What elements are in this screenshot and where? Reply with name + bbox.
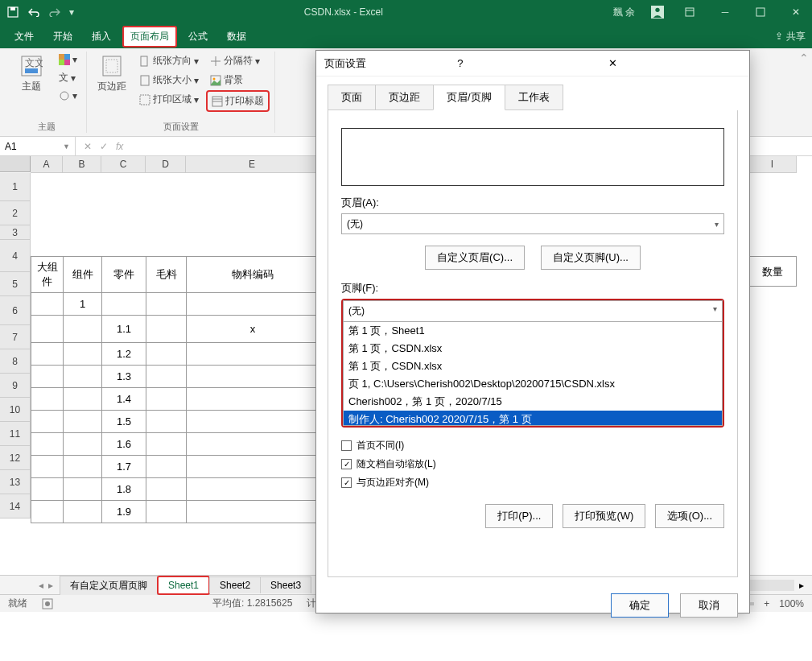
footer-option[interactable]: 第 1 页，CSDN.xlsx [344, 340, 722, 357]
footer-option[interactable]: 第 1 页，Sheet1 [344, 322, 722, 340]
hscroll-right-icon[interactable]: ▸ [799, 580, 804, 591]
print-area-button[interactable]: 打印区域 ▾ [135, 90, 203, 109]
custom-header-button[interactable]: 自定义页眉(C)... [425, 246, 525, 270]
themes-button[interactable]: 文文 主题 [11, 52, 52, 97]
row-header[interactable]: 13 [0, 470, 31, 494]
col-header[interactable]: A [31, 156, 63, 173]
diff-first-page-checkbox[interactable]: 首页不同(I) [341, 439, 724, 452]
row-header[interactable]: 10 [0, 398, 31, 422]
margins-button[interactable]: 页边距 [92, 52, 132, 97]
dialog-close-icon[interactable]: ✕ [605, 54, 741, 72]
maximize-icon[interactable] [751, 2, 770, 22]
zoom-in-icon[interactable]: + [764, 598, 769, 609]
row-header[interactable]: 2 [0, 201, 31, 225]
cell[interactable]: 1.2 [102, 343, 146, 366]
username: 飄 余 [613, 6, 635, 19]
cell[interactable]: 1.1 [102, 316, 146, 343]
footer-option[interactable]: 页 1, C:\Users\Cherish002\Desktop\2020071… [344, 375, 722, 393]
print-preview-button[interactable]: 打印预览(W) [563, 504, 645, 528]
cell[interactable]: 1.7 [102, 456, 146, 478]
svg-point-28 [45, 601, 50, 606]
cell[interactable]: 1 [64, 293, 102, 316]
dialog-tab-header-footer[interactable]: 页眉/页脚 [433, 85, 505, 110]
options-button[interactable]: 选项(O)... [655, 504, 724, 528]
breaks-button[interactable]: 分隔符 ▾ [206, 52, 270, 70]
menu-page-layout[interactable]: 页面布局 [122, 26, 177, 48]
row-header[interactable]: 5 [0, 272, 31, 296]
print-button[interactable]: 打印(P)... [485, 504, 553, 528]
print-titles-button[interactable]: 打印标题 [206, 90, 270, 112]
fonts-icon: 文 [59, 71, 68, 85]
header-combo[interactable]: (无)▾ [341, 213, 724, 234]
zoom-level[interactable]: 100% [779, 598, 804, 609]
enter-formula-icon[interactable]: ✓ [100, 141, 108, 152]
fonts-button[interactable]: 文▾ [55, 68, 81, 87]
footer-combo[interactable]: (无)▾ [343, 300, 723, 321]
cancel-button[interactable]: 取消 [680, 593, 738, 618]
share-button[interactable]: ⇪共享 [775, 30, 806, 43]
sheet-tab[interactable]: 有自定义页眉页脚 [60, 576, 158, 595]
colors-button[interactable]: ▾ [55, 52, 81, 68]
footer-option[interactable]: 第 1 页，CSDN.xlsx [344, 357, 722, 375]
row-header[interactable]: 14 [0, 494, 31, 518]
minimize-icon[interactable]: ─ [715, 2, 735, 22]
custom-footer-button[interactable]: 自定义页脚(U)... [541, 246, 641, 270]
row-header[interactable]: 9 [0, 374, 31, 398]
col-header[interactable]: E [186, 156, 319, 173]
user-avatar-icon[interactable] [651, 6, 664, 19]
col-header[interactable]: C [101, 156, 146, 173]
row-header[interactable]: 11 [0, 422, 31, 446]
col-header[interactable]: B [63, 156, 101, 173]
footer-option[interactable]: Cherish002，第 1 页，2020/7/15 [344, 393, 722, 411]
sheet-tab-active[interactable]: Sheet1 [157, 576, 210, 595]
orientation-button[interactable]: 纸张方向 ▾ [135, 52, 203, 70]
row-header[interactable]: 1 [0, 173, 31, 201]
row-header[interactable]: 3 [0, 225, 31, 240]
effects-button[interactable]: ▾ [55, 88, 81, 104]
cell[interactable]: 1.9 [102, 501, 146, 523]
col-header[interactable]: D [146, 156, 186, 173]
size-button[interactable]: 纸张大小 ▾ [135, 71, 203, 89]
menu-home[interactable]: 开始 [45, 25, 80, 48]
undo-icon[interactable] [27, 6, 40, 19]
dialog-help-icon[interactable]: ? [454, 54, 590, 72]
row-header[interactable]: 6 [0, 296, 31, 325]
row-header[interactable]: 8 [0, 349, 31, 374]
close-icon[interactable]: ✕ [786, 2, 806, 22]
cancel-formula-icon[interactable]: ✕ [84, 141, 92, 152]
cell[interactable]: 1.4 [102, 388, 146, 411]
select-all-triangle[interactable] [0, 156, 31, 172]
menu-data[interactable]: 数据 [219, 25, 254, 48]
tab-nav-prev-icon[interactable]: ◂ [39, 580, 43, 591]
fx-icon[interactable]: fx [116, 141, 123, 152]
menu-insert[interactable]: 插入 [84, 25, 119, 48]
dialog-tab-sheet[interactable]: 工作表 [505, 85, 563, 110]
cell[interactable]: x [187, 316, 319, 343]
menu-formulas[interactable]: 公式 [180, 25, 216, 48]
scale-with-doc-checkbox[interactable]: ✓随文档自动缩放(L) [341, 457, 724, 471]
cell[interactable]: 1.3 [102, 366, 146, 388]
align-margins-checkbox[interactable]: ✓与页边距对齐(M) [341, 476, 724, 490]
col-header[interactable]: I [748, 156, 797, 173]
name-box[interactable]: A1▼ [0, 137, 76, 155]
dialog-tab-margins[interactable]: 页边距 [375, 85, 434, 110]
ok-button[interactable]: 确定 [611, 593, 669, 618]
cell[interactable]: 1.6 [102, 433, 146, 456]
row-header[interactable]: 4 [0, 240, 31, 272]
cell[interactable]: 1.8 [102, 478, 146, 501]
row-header[interactable]: 12 [0, 446, 31, 470]
background-button[interactable]: 背景 [206, 71, 270, 89]
footer-option-selected[interactable]: 制作人: Cherish002 2020/7/15，第 1 页 [344, 411, 722, 426]
macro-record-icon[interactable] [42, 598, 53, 609]
row-header[interactable]: 7 [0, 325, 31, 349]
tab-nav-next-icon[interactable]: ▸ [48, 580, 53, 591]
collapse-ribbon-icon[interactable]: ⌃ [799, 52, 809, 64]
sheet-tab[interactable]: Sheet3 [260, 576, 311, 593]
sheet-tab[interactable]: Sheet2 [209, 576, 261, 593]
redo-icon[interactable] [48, 6, 61, 19]
cell[interactable]: 1.5 [102, 411, 146, 433]
dialog-tab-page[interactable]: 页面 [328, 85, 376, 110]
ribbon-display-icon[interactable] [680, 2, 699, 22]
menu-file[interactable]: 文件 [6, 25, 42, 48]
save-icon[interactable] [6, 6, 19, 19]
